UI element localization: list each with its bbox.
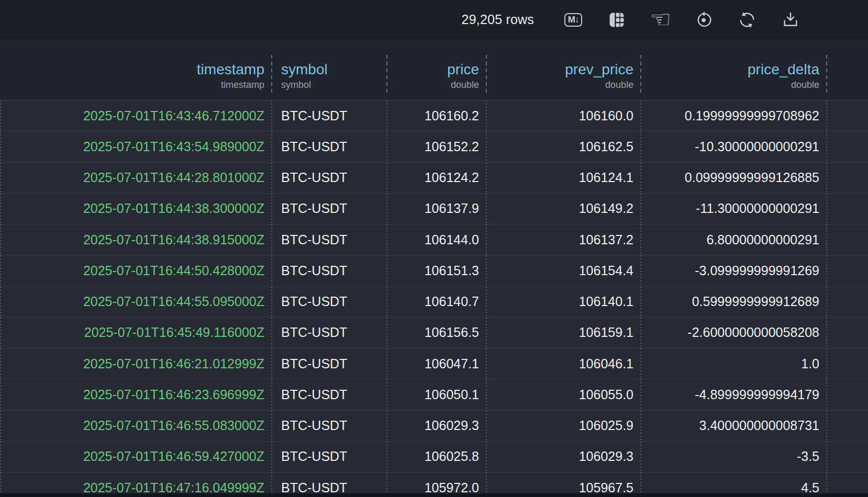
cell-price_delta[interactable]: -10.30000000000291	[641, 131, 827, 162]
cell-price[interactable]: 106025.8	[387, 442, 487, 472]
column-header-prev-price[interactable]: prev_price double	[487, 39, 641, 100]
cell-price_delta[interactable]: 0.5999999999912689	[641, 287, 827, 317]
cell-price_delta[interactable]: 0.09999999999126885	[641, 163, 827, 193]
cell-filler	[827, 348, 868, 379]
cell-price_delta[interactable]: 0.19999999999708962	[641, 100, 827, 131]
cell-filler	[827, 100, 868, 131]
cell-price[interactable]: 106144.0	[387, 224, 487, 255]
cell-timestamp[interactable]: 2025-07-01T16:44:55.095000Z	[0, 287, 272, 317]
cell-prev_price[interactable]: 106055.0	[487, 379, 641, 410]
markdown-export-button[interactable]: M↓	[563, 8, 584, 31]
cell-prev_price[interactable]: 106149.2	[487, 194, 641, 224]
table-row[interactable]: 2025-07-01T16:45:49.116000ZBTC-USDT10615…	[0, 318, 868, 348]
pointer-tool-button[interactable]: ☜	[650, 8, 671, 31]
table-row[interactable]: 2025-07-01T16:46:55.083000ZBTC-USDT10602…	[0, 411, 868, 442]
history-restart-button[interactable]	[693, 8, 714, 31]
table-row[interactable]: 2025-07-01T16:44:55.095000ZBTC-USDT10614…	[0, 287, 868, 318]
cell-price[interactable]: 106029.3	[387, 411, 487, 441]
cell-prev_price[interactable]: 106029.3	[487, 442, 641, 472]
cell-price_delta[interactable]: -3.099999999991269	[641, 255, 827, 286]
cell-filler	[827, 379, 868, 410]
cell-symbol[interactable]: BTC-USDT	[272, 255, 387, 286]
cell-price[interactable]: 106160.2	[387, 100, 487, 131]
cell-symbol[interactable]: BTC-USDT	[272, 318, 387, 348]
table-row[interactable]: 2025-07-01T16:44:28.801000ZBTC-USDT10612…	[0, 163, 868, 194]
toolbar: 29,205 rows M↓ ☜	[0, 0, 868, 39]
cell-price[interactable]: 106137.9	[387, 194, 487, 224]
cell-symbol[interactable]: BTC-USDT	[272, 442, 387, 472]
cell-symbol[interactable]: BTC-USDT	[272, 379, 387, 410]
cell-price[interactable]: 106152.2	[387, 131, 487, 162]
column-separator	[0, 100, 1, 131]
cell-price_delta[interactable]: -11.30000000000291	[641, 194, 827, 224]
column-header-price[interactable]: price double	[387, 39, 487, 100]
column-header-symbol[interactable]: symbol symbol	[272, 39, 387, 100]
table-row[interactable]: 2025-07-01T16:43:54.989000ZBTC-USDT10615…	[0, 131, 868, 162]
table-row[interactable]: 2025-07-01T16:46:59.427000ZBTC-USDT10602…	[0, 442, 868, 472]
cell-timestamp[interactable]: 2025-07-01T16:44:38.300000Z	[0, 194, 272, 224]
table-row[interactable]: 2025-07-01T16:43:46.712000ZBTC-USDT10616…	[0, 100, 868, 131]
table-row[interactable]: 2025-07-01T16:46:21.012999ZBTC-USDT10604…	[0, 348, 868, 379]
column-separator	[0, 442, 1, 472]
table-row[interactable]: 2025-07-01T16:44:38.300000ZBTC-USDT10613…	[0, 194, 868, 224]
cell-price[interactable]: 106151.3	[387, 255, 487, 286]
column-separator	[0, 131, 1, 162]
table-row[interactable]: 2025-07-01T16:44:38.915000ZBTC-USDT10614…	[0, 224, 868, 255]
cell-symbol[interactable]: BTC-USDT	[272, 194, 387, 224]
cell-price[interactable]: 106140.7	[387, 287, 487, 317]
grid-layout-button[interactable]	[606, 8, 627, 31]
cell-timestamp[interactable]: 2025-07-01T16:46:59.427000Z	[0, 442, 272, 472]
cell-price_delta[interactable]: 6.80000000000291	[641, 224, 827, 255]
cell-timestamp[interactable]: 2025-07-01T16:46:55.083000Z	[0, 411, 272, 441]
cell-prev_price[interactable]: 106160.0	[487, 100, 641, 131]
pointer-hand-icon: ☜	[650, 7, 671, 31]
cell-price_delta[interactable]: -3.5	[641, 442, 827, 472]
cell-price[interactable]: 106124.2	[387, 163, 487, 193]
cell-price[interactable]: 106050.1	[387, 379, 487, 410]
table-row[interactable]: 2025-07-01T16:44:50.428000ZBTC-USDT10615…	[0, 255, 868, 286]
cell-prev_price[interactable]: 106140.1	[487, 287, 641, 317]
cell-timestamp[interactable]: 2025-07-01T16:46:21.012999Z	[0, 348, 272, 379]
cell-prev_price[interactable]: 106159.1	[487, 318, 641, 348]
cell-price_delta[interactable]: -2.6000000000058208	[641, 318, 827, 348]
table-row[interactable]: 2025-07-01T16:46:23.696999ZBTC-USDT10605…	[0, 379, 868, 410]
cell-filler	[827, 411, 868, 441]
cell-prev_price[interactable]: 106137.2	[487, 224, 641, 255]
cell-price[interactable]: 106156.5	[387, 318, 487, 348]
cell-filler	[827, 131, 868, 162]
cell-symbol[interactable]: BTC-USDT	[272, 131, 387, 162]
cell-timestamp[interactable]: 2025-07-01T16:44:38.915000Z	[0, 224, 272, 255]
cell-symbol[interactable]: BTC-USDT	[272, 100, 387, 131]
horizontal-scrollbar-track[interactable]	[0, 493, 868, 497]
column-name: prev_price	[565, 61, 633, 78]
column-separator	[0, 194, 1, 224]
cell-symbol[interactable]: BTC-USDT	[272, 163, 387, 193]
cell-prev_price[interactable]: 106025.9	[487, 411, 641, 441]
column-header-price-delta[interactable]: price_delta double	[641, 39, 827, 100]
cell-symbol[interactable]: BTC-USDT	[272, 411, 387, 441]
cell-timestamp[interactable]: 2025-07-01T16:44:28.801000Z	[0, 163, 272, 193]
cell-prev_price[interactable]: 106046.1	[487, 348, 641, 379]
cell-symbol[interactable]: BTC-USDT	[272, 348, 387, 379]
cell-prev_price[interactable]: 106124.1	[487, 163, 641, 193]
cell-timestamp[interactable]: 2025-07-01T16:46:23.696999Z	[0, 379, 272, 410]
refresh-button[interactable]	[737, 8, 758, 31]
cell-timestamp[interactable]: 2025-07-01T16:43:54.989000Z	[0, 131, 272, 162]
cell-price_delta[interactable]: 1.0	[641, 348, 827, 379]
cell-timestamp[interactable]: 2025-07-01T16:45:49.116000Z	[0, 318, 272, 348]
row-count-label: 29,205 rows	[462, 12, 534, 27]
column-header-timestamp[interactable]: timestamp timestamp	[0, 39, 272, 100]
cell-prev_price[interactable]: 106154.4	[487, 255, 641, 286]
cell-price_delta[interactable]: -4.899999999994179	[641, 379, 827, 410]
cell-timestamp[interactable]: 2025-07-01T16:43:46.712000Z	[0, 100, 272, 131]
cell-price_delta[interactable]: 3.400000000008731	[641, 411, 827, 441]
cell-filler	[827, 163, 868, 193]
column-name: symbol	[281, 61, 328, 78]
cell-symbol[interactable]: BTC-USDT	[272, 287, 387, 317]
download-button[interactable]	[780, 8, 801, 31]
cell-timestamp[interactable]: 2025-07-01T16:44:50.428000Z	[0, 255, 272, 286]
cell-price[interactable]: 106047.1	[387, 348, 487, 379]
cell-prev_price[interactable]: 106162.5	[487, 131, 641, 162]
cell-symbol[interactable]: BTC-USDT	[272, 224, 387, 255]
column-name: price	[447, 61, 479, 78]
